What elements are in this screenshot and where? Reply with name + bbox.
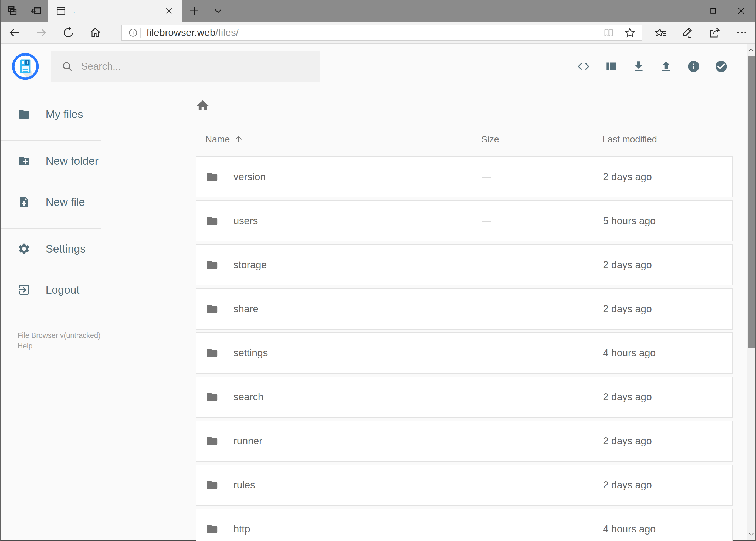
sidebar-item-logout[interactable]: Logout xyxy=(1,275,101,305)
file-row[interactable]: http — 4 hours ago xyxy=(196,509,733,541)
minimize-icon xyxy=(681,7,689,15)
site-info-button[interactable] xyxy=(126,28,140,38)
new-file-icon xyxy=(18,196,31,209)
file-size: — xyxy=(482,172,603,182)
back-button[interactable] xyxy=(1,22,28,44)
file-modified: 2 days ago xyxy=(603,391,732,403)
file-name: storage xyxy=(233,259,267,270)
home-button[interactable] xyxy=(82,22,109,44)
navigation-bar: filebrowser.web/files/ xyxy=(1,22,755,44)
file-name: users xyxy=(233,215,258,227)
file-name-cell: http xyxy=(206,523,482,535)
folder-icon xyxy=(206,479,218,491)
select-multiple-button[interactable] xyxy=(713,58,730,75)
sidebar-item-label: New file xyxy=(46,196,85,209)
search-box[interactable] xyxy=(51,51,320,82)
file-size: — xyxy=(482,304,603,314)
page-scrollbar[interactable] xyxy=(747,44,755,540)
file-row[interactable]: version — 2 days ago xyxy=(196,156,733,198)
refresh-button[interactable] xyxy=(55,22,82,44)
scroll-up-button[interactable] xyxy=(747,44,755,56)
file-row[interactable]: users — 5 hours ago xyxy=(196,201,733,242)
url-domain: filebrowser.web xyxy=(146,27,215,38)
share-button[interactable] xyxy=(701,22,728,44)
code-icon xyxy=(577,59,591,74)
share-icon xyxy=(708,26,721,39)
new-tab-button[interactable] xyxy=(182,0,206,22)
new-tab-icon xyxy=(189,5,200,16)
file-row[interactable]: runner — 2 days ago xyxy=(196,420,733,462)
more-icon xyxy=(735,26,748,39)
close-icon xyxy=(737,7,745,15)
settings-more-button[interactable] xyxy=(728,22,755,44)
favorite-star-icon[interactable] xyxy=(624,27,636,39)
home-icon[interactable] xyxy=(196,99,210,113)
file-row[interactable]: storage — 2 days ago xyxy=(196,245,733,285)
listing-header: Name Size Last modified xyxy=(196,122,733,156)
address-divider xyxy=(140,28,140,38)
back-icon xyxy=(8,26,21,39)
file-row[interactable]: rules — 2 days ago xyxy=(196,465,733,506)
folder-icon xyxy=(206,347,218,359)
file-name: settings xyxy=(233,347,268,359)
scroll-down-button[interactable] xyxy=(747,528,755,540)
upload-button[interactable] xyxy=(658,58,674,75)
folder-icon xyxy=(206,171,218,183)
grid-view-icon xyxy=(604,60,618,73)
help-link[interactable]: Help xyxy=(18,341,101,351)
search-input[interactable] xyxy=(81,61,310,72)
switch-view-button[interactable] xyxy=(603,58,620,75)
maximize-button[interactable] xyxy=(699,0,727,22)
minimize-button[interactable] xyxy=(671,0,699,22)
hub-button[interactable] xyxy=(647,22,674,44)
folder-icon xyxy=(206,215,218,227)
file-size: — xyxy=(482,216,603,226)
file-modified: 5 hours ago xyxy=(603,215,732,227)
shell-button[interactable] xyxy=(575,58,592,75)
listing-panel: Name Size Last modified xyxy=(101,89,747,540)
download-button[interactable] xyxy=(630,58,647,75)
file-name-cell: runner xyxy=(206,435,482,447)
sidebar-item-settings[interactable]: Settings xyxy=(1,234,101,264)
tab-close-button[interactable] xyxy=(162,4,175,17)
app-version: File Browser v(untracked) xyxy=(18,330,101,341)
set-tabs-aside-icon xyxy=(30,5,43,17)
download-icon xyxy=(632,60,645,73)
sidebar-item-my-files[interactable]: My files xyxy=(1,99,101,129)
sidebar-item-label: Settings xyxy=(46,243,86,255)
url-text: filebrowser.web/files/ xyxy=(146,27,239,38)
browser-tab[interactable]: . xyxy=(48,0,182,22)
page-content: My files New folder New file xyxy=(1,44,755,540)
file-name-cell: search xyxy=(206,391,482,403)
web-notes-button[interactable] xyxy=(674,22,701,44)
window-controls xyxy=(671,0,755,22)
sidebar-item-new-folder[interactable]: New folder xyxy=(1,146,101,176)
file-modified: 4 hours ago xyxy=(603,347,732,359)
column-header-modified[interactable]: Last modified xyxy=(603,134,733,145)
set-tabs-aside-button[interactable] xyxy=(25,0,48,22)
select-check-icon xyxy=(714,60,728,73)
file-row[interactable]: settings — 4 hours ago xyxy=(196,332,733,373)
address-bar[interactable]: filebrowser.web/files/ xyxy=(121,25,642,41)
column-header-size[interactable]: Size xyxy=(481,134,603,145)
file-row[interactable]: share — 2 days ago xyxy=(196,288,733,329)
file-name: search xyxy=(233,391,263,403)
file-name: share xyxy=(233,303,259,315)
close-window-button[interactable] xyxy=(727,0,755,22)
sidebar-item-new-file[interactable]: New file xyxy=(1,187,101,217)
sidebar-footer: File Browser v(untracked) Help xyxy=(1,330,101,351)
logout-icon xyxy=(18,283,31,296)
file-size: — xyxy=(482,436,603,446)
file-size: — xyxy=(482,480,603,490)
page-icon xyxy=(55,5,67,16)
file-name: rules xyxy=(233,479,255,491)
folder-icon xyxy=(206,435,218,447)
info-button[interactable] xyxy=(685,58,702,75)
scrollbar-thumb[interactable] xyxy=(748,56,755,347)
column-header-name[interactable]: Name xyxy=(205,134,481,145)
header-actions xyxy=(575,58,730,75)
maximize-icon xyxy=(709,7,717,15)
file-row[interactable]: search — 2 days ago xyxy=(196,376,733,417)
tab-preview-button[interactable] xyxy=(1,0,25,22)
tab-list-button[interactable] xyxy=(206,0,230,22)
